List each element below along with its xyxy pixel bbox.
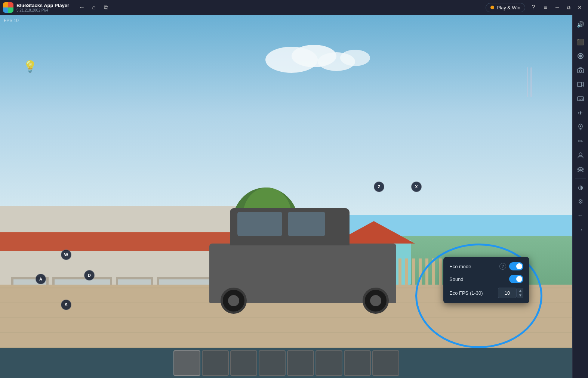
close-button[interactable]: ✕ xyxy=(575,2,585,13)
sound-label: Sound xyxy=(449,276,509,282)
slot-2[interactable] xyxy=(202,350,229,376)
key-z-badge: Z xyxy=(374,182,384,192)
volume-icon[interactable]: 🔊 xyxy=(574,18,587,31)
video-icon[interactable] xyxy=(574,78,587,91)
profile-icon[interactable] xyxy=(574,149,587,162)
nav-home-button[interactable]: ⌂ xyxy=(89,2,99,13)
car-window-front xyxy=(237,212,282,236)
eco-mode-toggle[interactable] xyxy=(509,262,523,270)
game-area[interactable]: FPS 10 💡 Z X W A D S xyxy=(0,15,572,378)
car-wheel-right xyxy=(363,288,389,314)
right-sidebar: 🔊 ⬛ ✈ ✏ ◑ ⚙ ← → xyxy=(572,15,588,378)
eco-fps-row: Eco FPS (1-30) 10 ▲ ▼ xyxy=(449,288,523,298)
slot-7[interactable] xyxy=(344,350,371,376)
eco-help-icon[interactable]: ? xyxy=(499,263,506,270)
screenshot-icon[interactable] xyxy=(574,92,587,105)
eco-mode-label: Eco mode xyxy=(449,264,499,269)
fps-value-display: 10 xyxy=(498,288,517,298)
slot-3[interactable] xyxy=(230,350,257,376)
scroll-bar-1 xyxy=(527,67,528,97)
app-info: BlueStacks App Player 5.21.218.2002 P64 xyxy=(16,3,69,12)
fps-arrows: ▲ ▼ xyxy=(517,288,523,298)
sidebar-back-icon[interactable]: ← xyxy=(574,209,587,222)
slot-1[interactable] xyxy=(173,350,200,376)
sound-row: Sound xyxy=(449,275,523,283)
play-win-dot xyxy=(490,6,494,9)
restore-button[interactable]: ⧉ xyxy=(563,2,574,13)
key-w-badge: W xyxy=(61,250,71,260)
svg-point-3 xyxy=(340,50,370,66)
bluestacks-logo xyxy=(3,2,13,13)
edit-icon[interactable]: ✏ xyxy=(574,135,587,148)
fps-input-row: 10 ▲ ▼ xyxy=(498,288,523,298)
scroll-bars xyxy=(527,67,532,97)
key-a-badge: A xyxy=(36,274,46,284)
play-win-button[interactable]: Play & Win xyxy=(486,3,525,12)
app-version: 5.21.218.2002 P64 xyxy=(16,8,69,12)
titlebar: BlueStacks App Player 5.21.218.2002 P64 … xyxy=(0,0,588,15)
eco-panel: Eco mode ? Sound Eco FPS (1-30) 10 ▲ ▼ xyxy=(443,257,529,303)
car-roof xyxy=(230,208,350,245)
divider-2 xyxy=(575,178,586,179)
bottom-action-bar xyxy=(0,348,572,378)
svg-rect-9 xyxy=(578,97,584,101)
car-wheel-left xyxy=(221,288,247,314)
minimize-button[interactable]: ─ xyxy=(552,2,563,13)
fps-down-arrow[interactable]: ▼ xyxy=(517,293,523,298)
app-name: BlueStacks App Player xyxy=(16,3,69,8)
slot-8[interactable] xyxy=(372,350,399,376)
car-window-rear xyxy=(288,212,325,236)
eco-fps-label: Eco FPS (1-30) xyxy=(449,290,498,296)
eco-mode-row: Eco mode ? xyxy=(449,262,523,270)
slot-4[interactable] xyxy=(259,350,286,376)
nav-back-button[interactable]: ← xyxy=(77,2,87,13)
slot-5[interactable] xyxy=(287,350,314,376)
record-icon[interactable] xyxy=(574,50,587,62)
key-x-badge: X xyxy=(411,182,422,192)
key-d-badge: D xyxy=(84,270,95,281)
svg-rect-8 xyxy=(578,82,582,87)
camera-icon[interactable] xyxy=(574,64,587,77)
divider-1 xyxy=(575,33,586,33)
play-win-label: Play & Win xyxy=(496,5,520,10)
location-icon[interactable] xyxy=(574,121,587,133)
fps-label: FPS 10 xyxy=(4,18,19,23)
display-icon[interactable]: ⬛ xyxy=(574,35,587,48)
sidebar-forward-icon[interactable]: → xyxy=(574,223,587,236)
svg-point-5 xyxy=(579,55,582,58)
svg-point-11 xyxy=(580,126,581,127)
sound-toggle[interactable] xyxy=(509,275,523,283)
plane-icon[interactable]: ✈ xyxy=(574,106,587,119)
slot-6[interactable] xyxy=(315,350,342,376)
hint-icon: 💡 xyxy=(21,60,39,82)
lightbulb-icon: 💡 xyxy=(23,60,37,73)
settings-icon[interactable]: ⚙ xyxy=(574,195,587,208)
svg-point-7 xyxy=(579,70,582,72)
layers-icon[interactable] xyxy=(574,163,587,176)
scroll-bar-2 xyxy=(530,67,532,97)
main-layout: FPS 10 💡 Z X W A D S xyxy=(0,15,588,378)
window-controls: ─ ⧉ ✕ xyxy=(552,2,585,13)
nav-multi-button[interactable]: ⧉ xyxy=(101,2,111,13)
svg-point-12 xyxy=(579,153,582,156)
help-button[interactable]: ? xyxy=(528,2,539,13)
clouds xyxy=(262,37,374,82)
key-s-badge: S xyxy=(61,300,71,310)
theme-icon[interactable]: ◑ xyxy=(574,181,587,193)
menu-button[interactable]: ≡ xyxy=(540,2,551,13)
fps-up-arrow[interactable]: ▲ xyxy=(517,288,523,293)
